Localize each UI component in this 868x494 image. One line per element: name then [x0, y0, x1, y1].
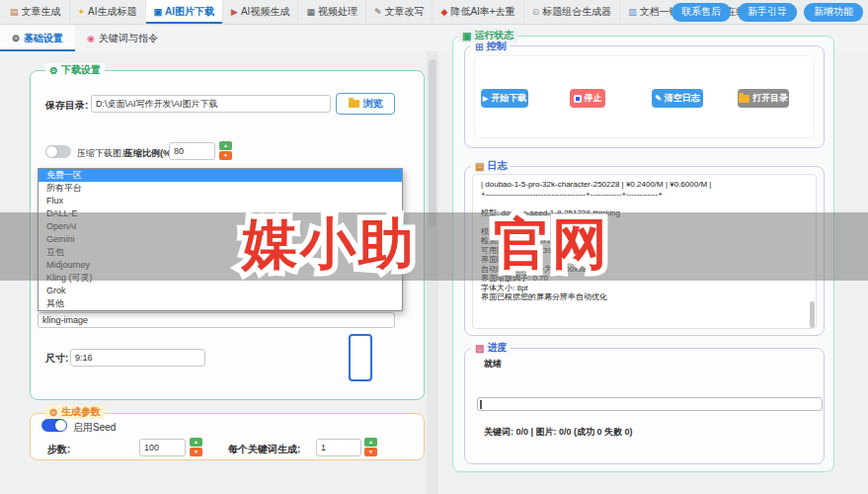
- main-tab[interactable]: ◆ 降低AI率+去重: [433, 0, 523, 24]
- step-up-button[interactable]: ▲: [219, 141, 232, 150]
- log-line: 模型: doubao-seed-1-8-251228: [481, 227, 808, 237]
- brush-icon: ✎: [655, 94, 662, 103]
- folder-icon: [349, 100, 359, 108]
- steps-input[interactable]: [139, 439, 186, 456]
- tab-icon: ▦: [306, 8, 315, 17]
- main-tab[interactable]: ✎ 文章改写: [366, 0, 434, 24]
- save-dir-label: 保存目录:: [45, 99, 88, 113]
- per-keyword-input[interactable]: [316, 439, 361, 456]
- scrollbar-thumb[interactable]: [429, 59, 436, 227]
- browse-button[interactable]: 浏览: [336, 93, 395, 115]
- download-settings-title: ⚙ 下载设置: [45, 63, 105, 77]
- tab-label: 文章生成: [22, 5, 61, 19]
- grid-icon: ⊞: [475, 41, 483, 52]
- tab-icon: ▤: [10, 8, 19, 17]
- clear-log-button[interactable]: ✎ 清空日志: [652, 89, 703, 108]
- log-line: 界面缩放因子: 0.70: [481, 274, 808, 284]
- dropdown-option[interactable]: Kling (可灵): [39, 272, 402, 285]
- generation-params-title: ⚙ 生成参数: [45, 405, 105, 419]
- tab-icon: ▶: [231, 8, 238, 17]
- save-dir-input[interactable]: [91, 95, 331, 113]
- tab-basic-settings[interactable]: ⚙ 基础设置: [0, 26, 75, 51]
- tab-label: 文章改写: [384, 5, 424, 19]
- compress-toggle[interactable]: [45, 145, 71, 158]
- log-line: 界面缩放率: 1.75: [481, 255, 808, 265]
- main-tab[interactable]: ▤ 文章生成: [2, 0, 70, 24]
- tab-icon: ◆: [440, 8, 447, 17]
- dropdown-option[interactable]: Grok: [39, 285, 402, 297]
- step-down-button[interactable]: ▼: [364, 448, 377, 456]
- log-line: 界面已根据您的屏幕分辨率自动优化: [481, 292, 808, 302]
- gear-icon: ⚙: [49, 65, 58, 76]
- size-input[interactable]: [70, 349, 205, 367]
- tab-label: 视频处理: [318, 5, 357, 19]
- tab-icon: ✎: [374, 8, 382, 17]
- beginner-guide-button[interactable]: 新手引导: [738, 3, 797, 22]
- step-up-button[interactable]: ▲: [364, 438, 377, 447]
- main-tab[interactable]: ▦ 视频处理: [298, 0, 366, 24]
- open-directory-button[interactable]: 打开目录: [738, 89, 789, 108]
- main-tab[interactable]: ▶ AI视频生成: [223, 0, 298, 24]
- dropdown-option[interactable]: Midjourney: [39, 259, 402, 272]
- tab-icon: ▥: [628, 8, 637, 17]
- log-line: | doubao-1-5-pro-32k-character-250228 | …: [481, 180, 808, 190]
- progress-stats: 关键词: 0/0 | 图片: 0/0 (成功 0 失败 0): [484, 426, 633, 439]
- dropdown-option[interactable]: 豆包: [39, 246, 402, 259]
- log-output[interactable]: | doubao-1-5-pro-32k-character-250228 | …: [472, 174, 817, 329]
- log-line: +--------------------------------------+…: [481, 190, 808, 200]
- seed-toggle-label: 启用Seed: [73, 421, 116, 435]
- log-line: 检测到屏幕: 2560x1440: [481, 236, 808, 246]
- compress-ratio-stepper: ▲ ▼: [219, 141, 232, 160]
- seed-toggle[interactable]: [41, 419, 67, 432]
- left-panel-scrollbar[interactable]: [427, 51, 438, 494]
- start-download-button[interactable]: ▶ 开始下载: [481, 89, 528, 108]
- step-down-button[interactable]: ▼: [190, 448, 202, 456]
- dropdown-option[interactable]: Gemini: [39, 233, 402, 246]
- tab-label: 降低AI率+去重: [450, 5, 514, 19]
- dropdown-option[interactable]: 免费一区: [39, 169, 402, 182]
- steps-label: 步数:: [47, 443, 70, 456]
- aspect-ratio-preview: [349, 334, 372, 381]
- new-features-button[interactable]: 新增功能: [804, 3, 863, 22]
- top-action-buttons: 联系售后 新手引导 新增功能: [671, 3, 863, 22]
- main-tab[interactable]: ✦ AI生成标题: [70, 0, 146, 24]
- dropdown-option[interactable]: Flux: [39, 195, 402, 207]
- contact-support-button[interactable]: 联系售后: [671, 3, 731, 22]
- scroll-icon: ▤: [475, 161, 484, 172]
- tab-icon: ✦: [78, 8, 86, 17]
- progress-bar: [477, 397, 823, 411]
- log-line: 字体大小: 8pt: [481, 284, 808, 293]
- progress-cursor: [480, 400, 482, 409]
- tab-label: 关键词与指令: [99, 32, 158, 45]
- steps-stepper: ▲ ▼: [190, 438, 202, 456]
- step-down-button[interactable]: ▼: [219, 151, 232, 160]
- step-up-button[interactable]: ▲: [190, 438, 202, 447]
- size-label: 尺寸:: [45, 352, 68, 366]
- log-scrollbar-thumb[interactable]: [810, 301, 815, 328]
- per-keyword-label: 每个关键词生成:: [228, 443, 300, 456]
- toggle-knob: [55, 420, 66, 431]
- gear-icon: ⚙: [49, 407, 58, 418]
- stop-button[interactable]: 停止: [570, 89, 605, 108]
- dropdown-option[interactable]: 其他: [39, 297, 402, 310]
- tab-label: AI生成标题: [88, 5, 136, 19]
- status-text: 就绪: [484, 358, 502, 370]
- model-name-input[interactable]: [38, 312, 395, 328]
- log-line: [481, 217, 808, 227]
- tab-label: AI图片下载: [165, 5, 214, 19]
- folder-icon: [739, 95, 750, 103]
- progress-icon: ▨: [475, 343, 484, 354]
- keyword-icon: ◉: [87, 34, 95, 43]
- main-tab[interactable]: ⊙ 标题组合生成器: [524, 0, 621, 24]
- compress-ratio-input[interactable]: [169, 142, 215, 160]
- dropdown-option[interactable]: 所有平台: [39, 182, 402, 195]
- main-tab-bar: ▤ 文章生成 ✦ AI生成标题 ▣ AI图片下载 ▶ AI视频生成: [0, 0, 868, 25]
- dropdown-option[interactable]: DALL-E: [39, 207, 402, 220]
- main-tab[interactable]: ▣ AI图片下载: [146, 0, 224, 24]
- stop-icon: [574, 95, 582, 103]
- progress-title: ▨ 进度: [471, 341, 511, 355]
- dropdown-option[interactable]: OpenAI: [39, 220, 402, 233]
- log-line: 可用区域: 2560x1392: [481, 246, 808, 256]
- tab-keywords-commands[interactable]: ◉ 关键词与指令: [75, 26, 170, 51]
- platform-dropdown-list: 免费一区 所有平台 Flux DALL-E OpenAI Gemini 豆包 M…: [38, 168, 403, 311]
